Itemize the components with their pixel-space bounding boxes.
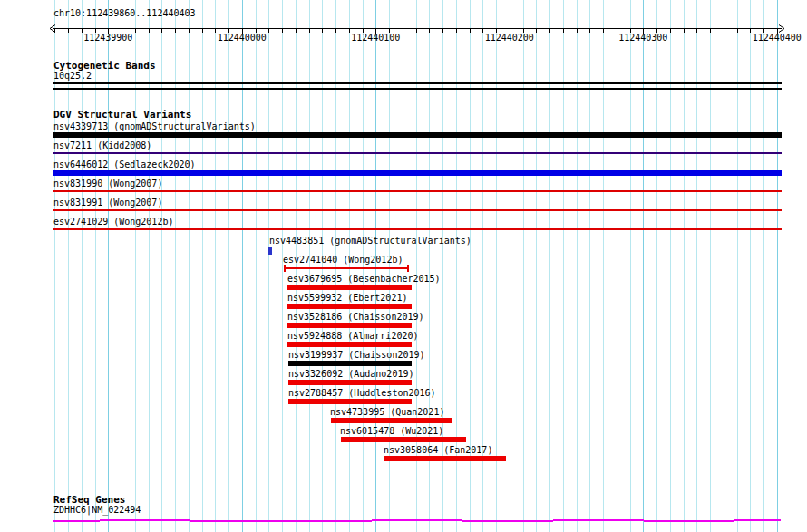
variant-bar[interactable]: [288, 361, 412, 366]
gene-segment[interactable]: [100, 519, 190, 521]
ruler-tick: [696, 29, 697, 33]
grid-line-minor: [563, 0, 564, 532]
gene-segment[interactable]: [372, 519, 462, 521]
grid-line-minor: [161, 0, 162, 532]
grid-line-minor: [763, 0, 764, 532]
variant-line[interactable]: [53, 228, 782, 230]
variant-label[interactable]: nsv4483851 (gnomADStructuralVariants): [269, 236, 472, 246]
gene-segment[interactable]: [734, 519, 781, 521]
grid-line-minor: [256, 0, 257, 532]
variant-label[interactable]: esv2741029 (Wong2012b): [53, 217, 173, 227]
variant-label[interactable]: nsv3528186 (Chaisson2019): [287, 312, 424, 322]
ruler-tick: [737, 29, 738, 33]
ruler-tick: [322, 29, 323, 33]
variant-label[interactable]: esv3679695 (Besenbacher2015): [287, 274, 441, 284]
grid-line-minor: [135, 0, 136, 532]
variant-line[interactable]: [53, 190, 782, 192]
grid-line-minor: [95, 0, 96, 532]
grid-line-major: [643, 0, 644, 532]
variant-label[interactable]: nsv3199937 (Chaisson2019): [288, 350, 425, 360]
variant-bar[interactable]: [341, 437, 466, 442]
ruler-tick: [416, 29, 417, 33]
variant-line[interactable]: [53, 152, 782, 154]
grid-line-minor: [603, 0, 604, 532]
variant-bar[interactable]: [331, 418, 452, 423]
grid-line-minor: [189, 0, 190, 532]
ruler-tick: [161, 29, 162, 33]
ruler-axis: [53, 28, 782, 29]
ruler-tick: [189, 29, 190, 33]
ruler-tick: [135, 29, 136, 33]
gene-segment[interactable]: [190, 520, 281, 522]
ruler-tick: [403, 29, 404, 33]
grid-line-minor: [589, 0, 590, 532]
variant-bar[interactable]: [287, 304, 412, 309]
ruler-tick: [309, 29, 310, 33]
ruler-tick: [589, 29, 590, 33]
ruler-tick: [149, 29, 150, 33]
gene-segment[interactable]: [281, 520, 372, 522]
variant-label[interactable]: nsv4339713 (gnomADStructuralVariants): [53, 121, 256, 131]
ruler-tick: [456, 29, 457, 33]
variant-label[interactable]: nsv2788457 (Huddleston2016): [288, 388, 436, 398]
variant-label[interactable]: nsv4733995 (Quan2021): [330, 407, 444, 417]
gene-segment[interactable]: [553, 519, 644, 521]
grid-line-minor: [630, 0, 631, 532]
cytoband-line: [53, 82, 782, 84]
ruler-tick-label: 112440100: [351, 33, 400, 43]
variant-bar[interactable]: [384, 456, 506, 461]
ruler-tick-label: 112440300: [618, 33, 667, 43]
grid-line-minor: [536, 0, 537, 532]
grid-line-minor: [149, 0, 150, 532]
ruler-tick: [175, 29, 176, 33]
variant-bar[interactable]: [288, 399, 412, 404]
ruler-tick-label: 112440000: [218, 33, 267, 43]
variant-bar[interactable]: [288, 380, 412, 385]
variant-bar[interactable]: [287, 323, 412, 328]
gene-name[interactable]: ZDHHC6|NM_022494: [53, 505, 141, 515]
grid-line-minor: [496, 0, 497, 532]
variant-label[interactable]: nsv7211 (Kidd2008): [53, 140, 151, 150]
grid-line-minor: [549, 0, 550, 532]
gene-segment[interactable]: [462, 520, 553, 522]
region-label: chr10:112439860..112440403: [53, 8, 196, 18]
ruler-tick: [268, 29, 269, 33]
variant-label[interactable]: nsv3058064 (Fan2017): [384, 445, 492, 455]
variant-bar[interactable]: [53, 132, 782, 138]
ruler-tick: [577, 29, 578, 33]
grid-line-minor: [696, 0, 697, 532]
grid-line-minor: [684, 0, 685, 532]
variant-label[interactable]: nsv5924888 (Almarri2020): [287, 331, 419, 341]
ruler-tick: [617, 29, 617, 33]
grid-line-major: [108, 0, 109, 532]
ruler-tick: [684, 29, 685, 33]
variant-point[interactable]: [268, 247, 272, 255]
grid-line-major: [510, 0, 510, 532]
grid-line-minor: [215, 0, 216, 532]
variant-range[interactable]: [284, 265, 409, 272]
grid-line-minor: [710, 0, 711, 532]
ruler-tick: [282, 29, 283, 33]
variant-bar[interactable]: [287, 285, 412, 290]
ruler-tick: [670, 29, 671, 33]
variant-bar[interactable]: [287, 342, 412, 347]
variant-label[interactable]: nsv6446012 (Sedlazeck2020): [53, 160, 196, 169]
ruler-tick: [429, 29, 430, 33]
variant-line[interactable]: [53, 209, 782, 211]
variant-label[interactable]: nsv6015478 (Wu2021): [340, 426, 443, 436]
variant-label[interactable]: nsv3326092 (Audano2019): [288, 369, 413, 379]
dgv-title: DGV Structural Variants: [53, 109, 191, 121]
ruler-tick: [82, 29, 83, 33]
ruler-tick-label: 112440200: [485, 33, 534, 43]
gene-segment[interactable]: [53, 520, 100, 522]
variant-range-line: [284, 267, 409, 269]
variant-label[interactable]: esv2741040 (Wong2012b): [283, 255, 403, 265]
variant-label[interactable]: nsv831991 (Wong2007): [53, 198, 162, 208]
variant-label[interactable]: nsv831990 (Wong2007): [53, 179, 162, 189]
ruler-tick: [296, 29, 297, 33]
gene-segment[interactable]: [644, 520, 734, 522]
genome-browser-view: chr10:112439860..112440403 1124399001124…: [0, 0, 807, 532]
variant-bar[interactable]: [53, 170, 782, 176]
variant-label[interactable]: nsv5599932 (Ebert2021): [287, 293, 407, 303]
ruler-tick: [470, 29, 471, 33]
